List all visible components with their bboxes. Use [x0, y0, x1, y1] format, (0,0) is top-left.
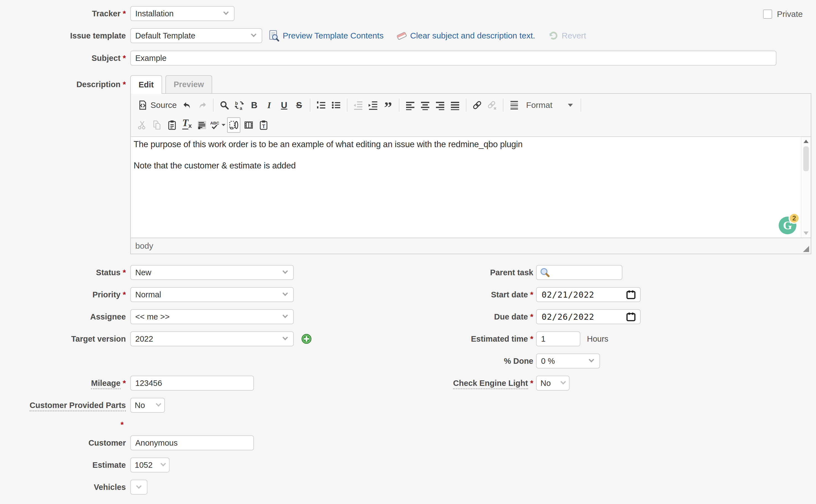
- parent-task-input[interactable]: [550, 268, 619, 277]
- toolbar-separator: [466, 98, 466, 112]
- toolbar-row-2: Tx ABC T: [135, 115, 807, 135]
- toolbar-separator: [347, 98, 347, 112]
- description-label: Description*: [0, 75, 126, 89]
- paste-button[interactable]: [165, 117, 179, 133]
- undo-button[interactable]: [181, 97, 194, 113]
- select-all-icon: [197, 120, 207, 130]
- issue-template-select[interactable]: Default Template: [130, 28, 262, 43]
- estimated-time-input[interactable]: [536, 331, 580, 346]
- media-button[interactable]: [242, 117, 255, 133]
- numbered-list-button[interactable]: [315, 97, 328, 113]
- start-date-label: Start date*: [410, 290, 533, 299]
- grammarly-icon[interactable]: G 2: [779, 217, 796, 234]
- scrollbar-thumb[interactable]: [803, 146, 809, 171]
- issue-template-label: Issue template: [0, 31, 126, 40]
- select-all-button[interactable]: [195, 117, 209, 133]
- replace-icon: ba: [234, 100, 244, 110]
- scroll-up-icon[interactable]: [804, 140, 809, 143]
- add-version-button[interactable]: [301, 333, 312, 344]
- link-icon: [472, 100, 482, 110]
- justify-button[interactable]: [448, 97, 462, 113]
- blockquote-button[interactable]: ”: [381, 97, 395, 113]
- align-right-button[interactable]: [433, 97, 447, 113]
- element-path[interactable]: body: [135, 241, 153, 251]
- mileage-input[interactable]: [130, 376, 254, 391]
- tracker-value: Installation: [135, 9, 174, 18]
- customer-provided-parts-select[interactable]: No: [130, 398, 165, 413]
- required-marker: *: [530, 334, 533, 343]
- assignee-label: Assignee: [0, 312, 126, 321]
- estimate-row: Estimate 1052: [0, 458, 816, 472]
- tracker-select[interactable]: Installation: [130, 6, 235, 21]
- format-select[interactable]: Format: [526, 100, 573, 110]
- customer-input[interactable]: [130, 435, 254, 450]
- numbered-list-icon: [316, 100, 326, 110]
- mileage-row: Mileage* Check Engine Light* No: [0, 376, 816, 391]
- spellcheck-button[interactable]: ABC: [210, 117, 225, 133]
- preview-template-link[interactable]: Preview Template Contents: [268, 30, 384, 41]
- remove-format-button[interactable]: Tx: [180, 117, 194, 133]
- target-version-select[interactable]: 2022: [130, 331, 294, 346]
- check-engine-light-select[interactable]: No: [536, 376, 570, 391]
- percent-done-select[interactable]: 0 %: [536, 354, 600, 368]
- editor-scrollbar[interactable]: [801, 137, 811, 238]
- source-button[interactable]: Source: [136, 97, 179, 113]
- tab-preview[interactable]: Preview: [165, 75, 212, 93]
- indent-button[interactable]: [367, 97, 380, 113]
- required-marker: *: [123, 9, 126, 18]
- resize-handle-icon[interactable]: [803, 246, 809, 252]
- cut-button[interactable]: [136, 117, 149, 133]
- replace-button[interactable]: ba: [233, 97, 246, 113]
- vehicles-select[interactable]: [130, 480, 147, 495]
- customer-provided-parts-required-row: *: [0, 420, 816, 431]
- italic-button[interactable]: I: [263, 97, 276, 113]
- placeholder-icon: [229, 120, 239, 130]
- scroll-down-icon[interactable]: [804, 232, 809, 235]
- svg-text:T: T: [262, 124, 265, 129]
- status-select[interactable]: New: [130, 265, 294, 280]
- customer-label: Customer: [0, 438, 126, 448]
- copy-button[interactable]: [150, 117, 164, 133]
- start-date-input[interactable]: 02/21/2022: [536, 287, 641, 302]
- tab-edit[interactable]: Edit: [130, 75, 162, 94]
- target-version-row: Target version 2022 Estimated time* Hour…: [0, 331, 816, 346]
- bold-button[interactable]: B: [248, 97, 261, 113]
- magnifier-icon: [539, 267, 550, 278]
- required-marker: *: [530, 312, 533, 321]
- clear-subject-description-link[interactable]: Clear subject and description text.: [396, 30, 535, 41]
- outdent-button[interactable]: [352, 97, 365, 113]
- find-button[interactable]: [218, 97, 231, 113]
- placeholder-toggle-button[interactable]: [227, 117, 240, 133]
- toolbar-separator: [581, 98, 581, 112]
- redo-button[interactable]: [196, 97, 209, 113]
- subject-input[interactable]: [130, 51, 776, 66]
- line-spacing-button[interactable]: [508, 97, 521, 113]
- align-left-button[interactable]: [404, 97, 417, 113]
- due-date-input[interactable]: 02/26/2022: [536, 309, 641, 324]
- issue-edit-form: Tracker* Installation Private Issue temp…: [0, 0, 816, 504]
- status-row: Status* New Parent task: [0, 265, 816, 280]
- chevron-down-icon: [222, 124, 225, 126]
- underline-button[interactable]: U: [277, 97, 291, 113]
- chevron-down-icon: [568, 104, 573, 107]
- priority-select[interactable]: Normal: [130, 287, 294, 302]
- calendar-icon[interactable]: [626, 289, 636, 300]
- align-center-button[interactable]: [419, 97, 432, 113]
- strikethrough-icon: S: [296, 100, 302, 110]
- percent-done-label: % Done: [410, 357, 533, 366]
- search-icon: [219, 100, 229, 110]
- paste-text-button[interactable]: T: [257, 117, 270, 133]
- strikethrough-button[interactable]: S: [292, 97, 306, 113]
- description-content[interactable]: The purpose of this work order is to be …: [131, 137, 811, 238]
- chevron-down-icon: [282, 335, 288, 340]
- link-button[interactable]: [471, 97, 484, 113]
- bulleted-list-button[interactable]: [329, 97, 343, 113]
- revert-link[interactable]: Revert: [547, 30, 586, 41]
- calendar-icon[interactable]: [626, 311, 636, 322]
- assignee-select[interactable]: << me >>: [130, 309, 294, 324]
- mileage-label: Mileage*: [0, 378, 126, 388]
- estimate-select[interactable]: 1052: [130, 458, 170, 472]
- private-checkbox[interactable]: [763, 10, 772, 19]
- grammarly-badge: 2: [789, 213, 800, 224]
- unlink-button[interactable]: [485, 97, 499, 113]
